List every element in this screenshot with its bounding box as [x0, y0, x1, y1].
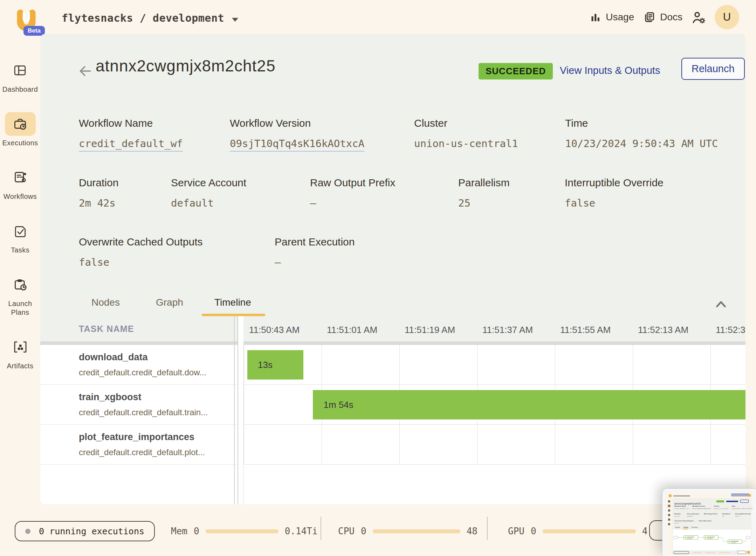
task-id: credit_default.credit_default.dow...: [79, 368, 243, 377]
back-arrow-icon[interactable]: [77, 63, 93, 79]
task-id: credit_default.credit_default.train...: [79, 408, 243, 417]
metadata-label: Service Account: [171, 177, 310, 189]
relaunch-button[interactable]: Relaunch: [681, 58, 745, 80]
thumbnail-node: [704, 535, 719, 540]
meter-min: 0: [361, 526, 366, 536]
thumbnail-status-badge: [716, 500, 724, 502]
gantt-bar-train-xgboost[interactable]: 1m 54s: [313, 390, 745, 419]
meter-label: GPU: [508, 526, 524, 536]
metadata-value: –: [275, 256, 355, 268]
metadata-item: Parallelism 25: [458, 177, 565, 209]
thumbnail-mini-app: atnnx2cwgmjx8m2cht25 Workflow Namecredit…: [667, 493, 752, 555]
thumbnail-breadcrumb: [673, 495, 690, 496]
metadata-item: Time 10/23/2024 9:50:43 AM UTC: [565, 117, 718, 150]
user-settings-icon[interactable]: [692, 11, 706, 23]
metadata-label: Interruptible Override: [565, 177, 664, 189]
breadcrumb-text: flytesnacks / development: [62, 12, 224, 24]
metadata-value-link[interactable]: credit_default_wf: [79, 138, 230, 150]
time-tick: 11:51:37 AM: [482, 325, 533, 335]
task-row[interactable]: plot_feature_importances credit_default.…: [40, 425, 243, 465]
metadata-value: default: [171, 197, 310, 209]
meter-max: 4: [642, 526, 648, 536]
view-inputs-outputs-link[interactable]: View Inputs & Outputs: [560, 65, 660, 76]
time-tick: 11:51:01 AM: [327, 325, 377, 335]
sidebar-item-tasks[interactable]: Tasks: [5, 219, 36, 255]
meter-min: 0: [194, 526, 199, 536]
sidebar-item-label: Executions: [2, 139, 38, 147]
thumbnail-avatar: [748, 494, 751, 497]
page-title: atnnx2cwgmjx8m2cht25: [96, 56, 275, 75]
thumbnail-screen: atnnx2cwgmjx8m2cht25 Workflow Namecredit…: [666, 492, 753, 556]
thumbnail-graph: [673, 530, 751, 550]
thumbnail-price-pill: [737, 551, 746, 554]
footer-status-bar: 0 running executions Mem 0 0.14Ti CPU 0 …: [0, 504, 756, 556]
gpu-meter: GPU 0 4: [508, 526, 647, 536]
tab-nodes[interactable]: Nodes: [91, 297, 120, 308]
metadata-value: 10/23/2024 9:50:43 AM UTC: [565, 138, 718, 150]
timeline-header: TASK NAME 11:50:43 AM 11:51:01 AM 11:51:…: [40, 316, 745, 341]
sidebar-item-dashboard[interactable]: Dashboard: [2, 58, 38, 94]
task-row[interactable]: download_data credit_default.credit_defa…: [40, 345, 243, 385]
tab-graph[interactable]: Graph: [156, 297, 183, 308]
gantt-bar-download-data[interactable]: 13s: [247, 350, 303, 380]
breadcrumb[interactable]: flytesnacks / development: [62, 12, 238, 24]
sidebar-item-artifacts[interactable]: Artifacts: [5, 335, 36, 370]
running-executions-pill[interactable]: 0 running executions: [15, 521, 155, 541]
sidebar-item-executions[interactable]: Executions: [2, 112, 38, 147]
tab-bar: Nodes Graph Timeline: [40, 291, 745, 316]
timeline-section: TASK NAME 11:50:43 AM 11:51:01 AM 11:51:…: [40, 316, 745, 504]
time-tick: 11:50:43 AM: [249, 325, 300, 335]
metadata-item: Workflow Name credit_default_wf: [79, 117, 230, 150]
meter-label: Mem: [171, 526, 187, 536]
meter-label: CPU: [338, 526, 355, 536]
docs-icon: [643, 11, 655, 23]
metadata-label: Parent Execution: [275, 236, 355, 248]
thumbnail-topbar-icons: [733, 495, 747, 496]
docs-button[interactable]: Docs: [643, 11, 682, 23]
metadata-label: Workflow Version: [230, 117, 414, 129]
column-divider[interactable]: [238, 316, 243, 504]
task-name: download_data: [79, 352, 243, 363]
sidebar-item-workflows[interactable]: Workflows: [4, 166, 37, 201]
thumbnail-main: atnnx2cwgmjx8m2cht25 Workflow Namecredit…: [672, 498, 751, 555]
metadata-item: Duration 2m 42s: [79, 177, 171, 209]
task-name: train_xgboost: [79, 392, 243, 403]
thumbnail-io-link: [726, 501, 738, 502]
thumbnail-relaunch-button: [740, 500, 749, 503]
metadata-value: 25: [458, 197, 565, 209]
metadata-label: Time: [565, 117, 718, 129]
tab-timeline[interactable]: Timeline: [214, 297, 251, 308]
tasks-icon: [14, 225, 27, 237]
timeline-scrollbar[interactable]: [40, 341, 745, 345]
screenshare-thumbnail[interactable]: atnnx2cwgmjx8m2cht25 Workflow Namecredit…: [662, 488, 756, 556]
metadata-value-link[interactable]: 09sjT10qTq4sK16kAOtxcA: [230, 138, 414, 150]
sidebar-item-launch-plans[interactable]: Launch Plans: [0, 273, 40, 317]
avatar[interactable]: U: [715, 5, 739, 29]
metadata-item: Raw Output Prefix –: [310, 177, 458, 209]
thumbnail-node: [683, 535, 698, 540]
task-id: credit_default.credit_default.plot...: [79, 447, 243, 457]
chevron-up-icon[interactable]: [715, 299, 727, 310]
thumbnail-footer: [673, 551, 751, 555]
metadata-item: Parent Execution –: [275, 236, 355, 268]
timeline-body: download_data credit_default.credit_defa…: [40, 345, 745, 504]
metadata-item: Interruptible Override false: [565, 177, 664, 209]
metadata-item: Overwrite Cached Outputs false: [79, 236, 275, 268]
docs-label: Docs: [660, 12, 682, 23]
execution-detail-panel: atnnx2cwgmjx8m2cht25 SUCCEEDED View Inpu…: [40, 34, 745, 504]
thumbnail-end-node: [746, 536, 750, 539]
metadata-value: false: [79, 256, 275, 268]
thumbnail-logo-icon: [669, 494, 672, 497]
metadata-value: –: [310, 197, 458, 209]
time-tick: 11:51:19 AM: [405, 325, 455, 335]
usage-button[interactable]: Usage: [590, 12, 634, 23]
task-row[interactable]: train_xgboost credit_default.credit_defa…: [40, 385, 243, 425]
bar-chart-icon: [590, 12, 601, 22]
metadata-label: Raw Output Prefix: [310, 177, 458, 189]
cpu-meter: CPU 0 48: [338, 526, 477, 536]
time-tick: 11:51:55 AM: [560, 325, 611, 335]
task-list: download_data credit_default.credit_defa…: [40, 345, 243, 504]
thumbnail-topbar: [667, 493, 752, 498]
thumbnail-help-button: [747, 551, 750, 554]
sidebar-item-label: Workflows: [4, 192, 37, 201]
